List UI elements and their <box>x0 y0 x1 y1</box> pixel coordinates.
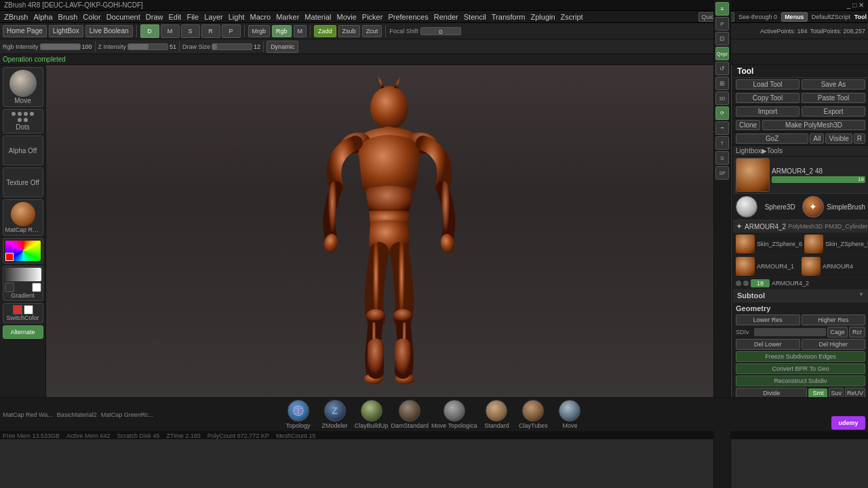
claytubes-tool[interactable]: ClayTubes <box>516 400 550 429</box>
viewport-canvas[interactable]: RRCG 人人素材 www.rrcg.cn RRCG 人人素材 RRCG 人人素… <box>46 65 732 397</box>
menu-light[interactable]: Light <box>226 13 248 21</box>
move-btn[interactable]: M <box>161 24 180 38</box>
menu-draw[interactable]: Draw <box>143 13 166 21</box>
move-tool[interactable]: Move <box>553 400 587 429</box>
import-btn[interactable]: Import <box>736 106 800 117</box>
cage-btn[interactable]: Cage <box>827 327 848 338</box>
menu-zplugin[interactable]: Zplugin <box>528 13 558 21</box>
rgb-intensity-control[interactable]: Rgb Intensity 100 <box>3 43 92 50</box>
menu-transform[interactable]: Transform <box>489 13 528 21</box>
draw-size-control[interactable]: Draw Size 12 <box>182 43 260 50</box>
menu-file[interactable]: File <box>184 13 201 21</box>
tool-sphere-item[interactable]: Move <box>3 67 43 107</box>
damstandard-tool[interactable]: DamStandard <box>391 400 429 429</box>
switch-color-item[interactable]: SwitchColor <box>3 303 43 323</box>
lightbox-tools-row[interactable]: Lightbox▶Tools <box>733 146 868 157</box>
menu-brush[interactable]: Brush <box>56 13 81 21</box>
visible-btn[interactable]: Visible <box>825 134 852 144</box>
clone-btn[interactable]: Clone <box>736 120 760 130</box>
subdiv-num-display[interactable]: 18 <box>751 279 770 287</box>
freeze-subdiv-btn[interactable]: Freeze Subdivision Edges <box>736 351 865 362</box>
dynamic-btn[interactable]: Dynamic <box>267 41 298 53</box>
subtool-header[interactable]: Subtool ▼ <box>733 289 868 302</box>
rgb-btn[interactable]: Rgb <box>272 25 292 37</box>
gradient-item[interactable]: Gradient <box>3 266 43 301</box>
load-tool-btn[interactable]: Load Tool <box>736 79 800 89</box>
r-btn[interactable]: R <box>854 134 865 144</box>
smt-btn[interactable]: Smt <box>808 388 827 397</box>
suv-btn[interactable]: Suv <box>829 388 844 397</box>
color-picker-item[interactable] <box>3 238 43 264</box>
focal-shift-slider[interactable]: 0 <box>420 27 461 35</box>
menu-alpha[interactable]: Alpha <box>31 13 55 21</box>
paste-tool-btn[interactable]: Paste Tool <box>802 93 865 103</box>
del-lower-btn[interactable]: Del Lower <box>736 339 800 350</box>
menu-render[interactable]: Render <box>431 13 461 21</box>
vert-icon-5[interactable]: ↺ <box>715 62 729 75</box>
rotate-btn[interactable]: R <box>201 24 220 38</box>
all-btn[interactable]: All <box>810 134 824 144</box>
convert-bpr-btn[interactable]: Convert BPR To Geo <box>736 363 865 374</box>
save-as-btn[interactable]: Save As <box>802 79 865 89</box>
reuv-btn[interactable]: ReUV <box>845 388 865 397</box>
menu-material[interactable]: Material <box>302 13 334 21</box>
lightbox-tab[interactable]: LightBox <box>49 25 83 37</box>
home-page-tab[interactable]: Home Page <box>3 25 47 37</box>
menu-movie[interactable]: Movie <box>334 13 359 21</box>
m-btn[interactable]: M <box>294 25 307 37</box>
zsphere-row[interactable]: Skin_ZSphere_6 Skin_ZSphere_5 <box>733 233 868 256</box>
menu-zbrush[interactable]: ZBrush <box>1 13 31 21</box>
zmodeler-tool[interactable]: Z ZModeler <box>318 400 352 429</box>
vert-icon-trsp[interactable]: T <box>715 136 729 150</box>
alpha-item[interactable]: Alpha Off <box>3 136 43 165</box>
zcut-btn[interactable]: Zcut <box>362 25 382 37</box>
vert-icon-load3d[interactable]: 3D <box>715 92 729 105</box>
standard-tool[interactable]: Standard <box>479 400 513 429</box>
persp-btn[interactable]: P <box>222 24 241 38</box>
zsub-btn[interactable]: Zsub <box>338 25 360 37</box>
armour42-row[interactable]: ✦ ARMOUR4_2 PolyMesh3D PM3D_Cylinder3 <box>733 220 868 233</box>
movetopo-tool[interactable]: Move Topologica <box>431 400 477 429</box>
sdiv-slider[interactable] <box>754 328 826 336</box>
armour-row-2[interactable]: ARMOUR4_1 ARMOUR4 <box>733 256 868 278</box>
del-higher-btn[interactable]: Del Higher <box>802 339 866 350</box>
texture-item[interactable]: Texture Off <box>3 167 43 197</box>
vert-icon-persp[interactable]: P <box>715 17 729 30</box>
scale-btn[interactable]: S <box>181 24 200 38</box>
menu-stencil[interactable]: Stencil <box>461 13 489 21</box>
topology-tool[interactable]: Topology <box>281 400 315 429</box>
menu-zscript[interactable]: Zscript <box>558 13 586 21</box>
menu-color[interactable]: Color <box>80 13 103 21</box>
reconstruct-subdiv-btn[interactable]: Reconstruct Subdiv <box>736 375 865 386</box>
see-through[interactable]: See-through 0 <box>738 14 777 20</box>
alternate-item[interactable]: Alternate <box>3 325 43 339</box>
simplebrush-icon[interactable]: ✦ <box>802 196 824 218</box>
make-polymesh-btn[interactable]: Make PolyMesh3D <box>762 120 865 130</box>
copy-tool-btn[interactable]: Copy Tool <box>736 93 800 103</box>
rcr-btn[interactable]: Rcr <box>849 327 865 338</box>
brush-sphere-item[interactable]: Dots <box>3 109 43 134</box>
vert-icon-6[interactable]: ⊞ <box>715 77 729 90</box>
subdiv-slider[interactable]: 18 <box>772 176 865 183</box>
menus-btn[interactable]: Menus <box>781 12 808 22</box>
divide-btn[interactable]: Divide <box>736 388 807 397</box>
vert-icon-rotate[interactable]: ⟳ <box>715 106 729 120</box>
vert-icon-1[interactable]: ≡ <box>715 2 729 16</box>
menu-picker[interactable]: Picker <box>359 13 386 21</box>
menu-marker[interactable]: Marker <box>273 13 302 21</box>
vert-icon-sprs[interactable]: SP <box>715 166 729 180</box>
vert-icon-frame[interactable]: ⊡ <box>715 32 729 45</box>
claybuild-tool[interactable]: ClayBuildUp <box>355 400 389 429</box>
mrgb-btn[interactable]: Mrgb <box>248 25 271 37</box>
lower-res-btn[interactable]: Lower Res <box>736 314 800 325</box>
goz-btn[interactable]: GoZ <box>736 134 808 144</box>
matcap-item[interactable]: MatCap Red Wa... <box>3 199 43 236</box>
vert-icon-line[interactable]: ━ <box>715 121 729 135</box>
white-sphere-large[interactable] <box>736 196 757 218</box>
zadd-btn[interactable]: Zadd <box>314 25 336 37</box>
default-zscript[interactable]: DefaultZScript <box>812 14 850 20</box>
draw-btn[interactable]: D <box>140 24 159 38</box>
menu-edit[interactable]: Edit <box>165 13 184 21</box>
menu-macro[interactable]: Macro <box>248 13 274 21</box>
menu-document[interactable]: Document <box>104 13 143 21</box>
